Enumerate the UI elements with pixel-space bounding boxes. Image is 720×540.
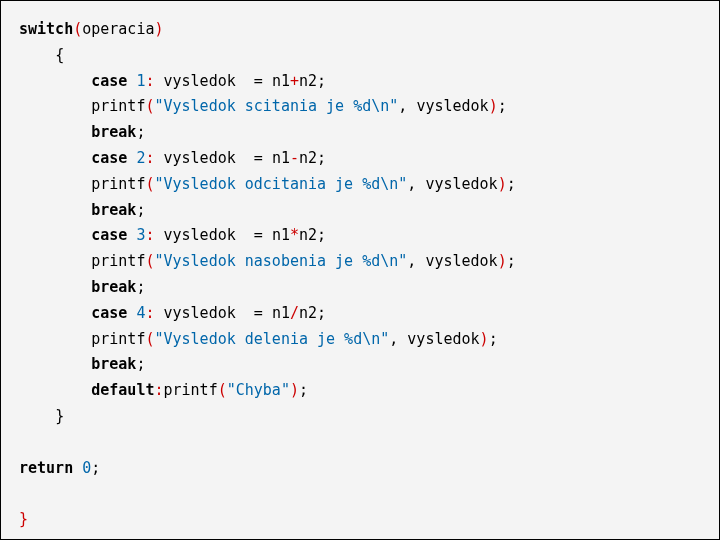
paren-close: )	[498, 175, 507, 193]
kw-break: break	[91, 123, 136, 141]
op-plus: +	[290, 72, 299, 90]
semi: ;	[136, 355, 145, 373]
ident-n2: n2	[299, 149, 317, 167]
op-minus: -	[290, 149, 299, 167]
kw-break: break	[91, 355, 136, 373]
colon: :	[145, 72, 154, 90]
comma: ,	[398, 97, 407, 115]
colon: :	[145, 149, 154, 167]
paren-close: )	[489, 97, 498, 115]
ident-vysledok: vysledok	[164, 72, 236, 90]
kw-switch: switch	[19, 20, 73, 38]
comma: ,	[407, 175, 416, 193]
semi: ;	[498, 97, 507, 115]
num-0: 0	[82, 459, 91, 477]
fn-printf: printf	[91, 175, 145, 193]
str-scit: "Vysledok scitania je %d\n"	[154, 97, 398, 115]
kw-break: break	[91, 201, 136, 219]
str-nas: "Vysledok nasobenia je %d\n"	[154, 252, 407, 270]
str-chyba: "Chyba"	[227, 381, 290, 399]
colon: :	[154, 381, 163, 399]
semi: ;	[136, 123, 145, 141]
kw-case: case	[91, 149, 127, 167]
brace-open: {	[55, 46, 64, 64]
paren-close: )	[154, 20, 163, 38]
ident-vysledok: vysledok	[164, 149, 236, 167]
ident-n1: n1	[272, 226, 290, 244]
colon: :	[145, 226, 154, 244]
ident-vysledok: vysledok	[164, 226, 236, 244]
kw-return: return	[19, 459, 73, 477]
semi: ;	[489, 330, 498, 348]
fn-printf: printf	[164, 381, 218, 399]
ident-operacia: operacia	[82, 20, 154, 38]
semi: ;	[317, 72, 326, 90]
op-star: *	[290, 226, 299, 244]
comma: ,	[389, 330, 398, 348]
eq: =	[254, 149, 263, 167]
semi: ;	[317, 304, 326, 322]
kw-case: case	[91, 72, 127, 90]
kw-break: break	[91, 278, 136, 296]
ident-vysledok: vysledok	[425, 252, 497, 270]
ident-vysledok: vysledok	[416, 97, 488, 115]
paren-close: )	[498, 252, 507, 270]
brace-close-outer: }	[19, 510, 28, 528]
kw-case: case	[91, 226, 127, 244]
fn-printf: printf	[91, 97, 145, 115]
paren-close: )	[480, 330, 489, 348]
op-slash: /	[290, 304, 299, 322]
eq: =	[254, 72, 263, 90]
semi: ;	[136, 278, 145, 296]
semi: ;	[91, 459, 100, 477]
paren-close: )	[290, 381, 299, 399]
semi: ;	[136, 201, 145, 219]
ident-n1: n1	[272, 72, 290, 90]
ident-n1: n1	[272, 149, 290, 167]
semi: ;	[317, 149, 326, 167]
fn-printf: printf	[91, 330, 145, 348]
kw-default: default	[91, 381, 154, 399]
comma: ,	[407, 252, 416, 270]
ident-vysledok: vysledok	[425, 175, 497, 193]
fn-printf: printf	[91, 252, 145, 270]
semi: ;	[317, 226, 326, 244]
str-odc: "Vysledok odcitania je %d\n"	[154, 175, 407, 193]
code-block: switch(operacia) { case 1: vysledok = n1…	[0, 0, 720, 540]
ident-vysledok: vysledok	[164, 304, 236, 322]
ident-n2: n2	[299, 226, 317, 244]
brace-close: }	[55, 407, 64, 425]
kw-case: case	[91, 304, 127, 322]
semi: ;	[299, 381, 308, 399]
semi: ;	[507, 175, 516, 193]
ident-n2: n2	[299, 72, 317, 90]
paren-open: (	[73, 20, 82, 38]
eq: =	[254, 226, 263, 244]
ident-vysledok: vysledok	[407, 330, 479, 348]
eq: =	[254, 304, 263, 322]
str-del: "Vysledok delenia je %d\n"	[154, 330, 389, 348]
semi: ;	[507, 252, 516, 270]
ident-n1: n1	[272, 304, 290, 322]
paren-open: (	[218, 381, 227, 399]
colon: :	[145, 304, 154, 322]
ident-n2: n2	[299, 304, 317, 322]
